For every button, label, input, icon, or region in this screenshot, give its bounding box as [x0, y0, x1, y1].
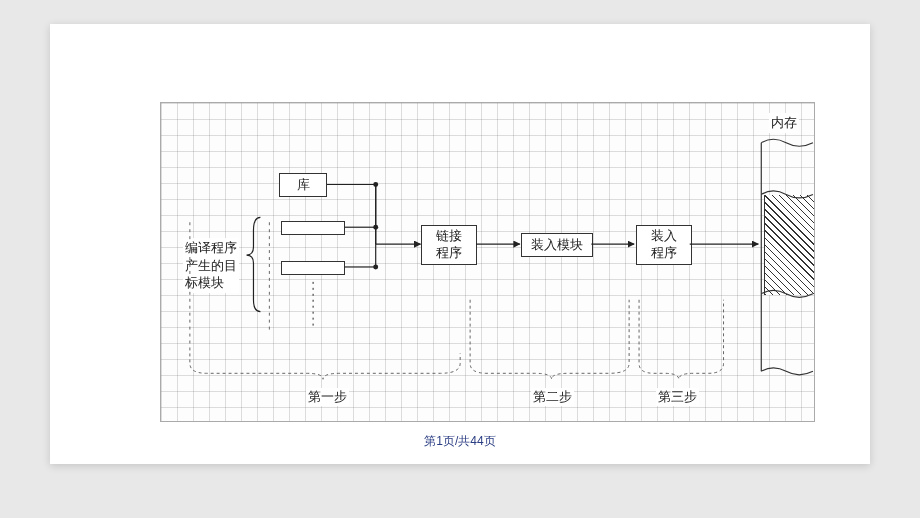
diagram-frame: 库 编译程序 产生的目 标模块 链接 程序 装入模块 装入 程序 内存 第一步 … [160, 102, 815, 422]
library-box: 库 [279, 173, 327, 197]
svg-point-0 [373, 182, 378, 187]
step-one-label: 第一步 [306, 388, 349, 406]
linker-box: 链接 程序 [421, 225, 477, 265]
compiled-modules-label: 编译程序 产生的目 标模块 [183, 238, 239, 293]
loader-box: 装入 程序 [636, 225, 692, 265]
library-label: 库 [297, 177, 310, 194]
module-box-2 [281, 261, 345, 275]
module-box-1 [281, 221, 345, 235]
load-module-box: 装入模块 [521, 233, 593, 257]
svg-point-2 [373, 264, 378, 269]
page-number: 第1页/共44页 [50, 433, 870, 450]
step-three-label: 第三步 [656, 388, 699, 406]
diagram-connectors [161, 103, 814, 421]
svg-point-1 [373, 225, 378, 230]
memory-label: 内存 [769, 113, 799, 133]
slide-page: 库 编译程序 产生的目 标模块 链接 程序 装入模块 装入 程序 内存 第一步 … [50, 24, 870, 464]
memory-region [764, 195, 815, 295]
step-two-label: 第二步 [531, 388, 574, 406]
